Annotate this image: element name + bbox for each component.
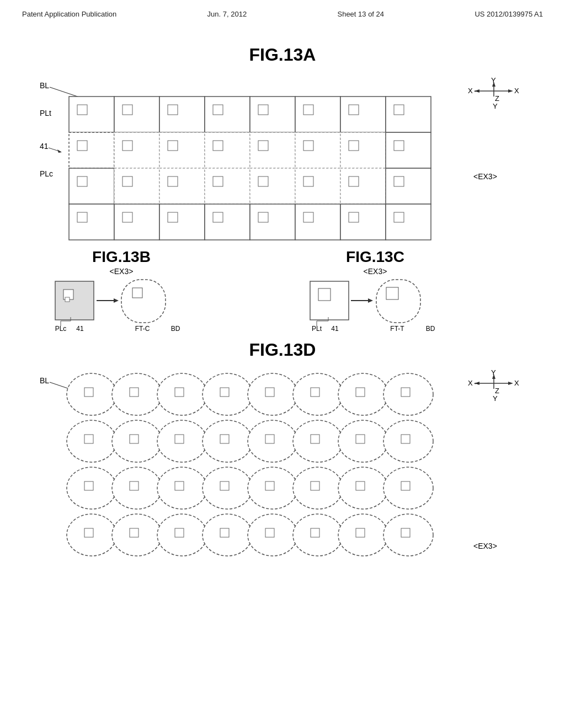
fig13d-title: FIG.13D — [249, 340, 316, 360]
svg-rect-57 — [394, 176, 404, 186]
svg-rect-70 — [340, 204, 386, 240]
svg-rect-43 — [77, 176, 87, 186]
bl-label-13a: BL — [40, 81, 49, 90]
svg-rect-65 — [213, 212, 223, 222]
x-right-label: X — [514, 87, 519, 95]
svg-rect-64 — [205, 204, 250, 240]
svg-rect-23 — [349, 105, 359, 115]
svg-rect-49 — [213, 176, 223, 186]
svg-rect-148 — [265, 528, 274, 537]
svg-rect-73 — [394, 212, 404, 222]
svg-rect-22 — [340, 97, 386, 132]
svg-rect-50 — [250, 168, 295, 204]
svg-rect-136 — [356, 481, 365, 490]
svg-rect-21 — [303, 105, 313, 115]
svg-rect-27 — [77, 141, 87, 151]
svg-rect-100 — [265, 388, 274, 397]
svg-rect-44 — [114, 168, 159, 204]
svg-rect-37 — [303, 141, 313, 151]
svg-rect-24 — [386, 97, 431, 132]
svg-rect-112 — [175, 435, 184, 443]
ftc-label-13b: FT-C — [135, 325, 150, 333]
svg-rect-51 — [258, 176, 268, 186]
svg-rect-60 — [114, 204, 159, 240]
svg-rect-110 — [130, 435, 138, 443]
bd-label-13b: BD — [171, 325, 180, 333]
svg-rect-15 — [168, 105, 178, 115]
svg-rect-55 — [349, 176, 359, 186]
svg-rect-31 — [168, 141, 178, 151]
svg-rect-47 — [168, 176, 178, 186]
svg-rect-39 — [349, 141, 359, 151]
svg-rect-140 — [84, 528, 93, 537]
svg-rect-104 — [356, 388, 365, 397]
fig13c-arrow — [368, 298, 373, 303]
svg-rect-38 — [340, 132, 386, 168]
svg-rect-42 — [69, 168, 114, 204]
svg-rect-10 — [69, 97, 114, 132]
svg-rect-46 — [159, 168, 205, 204]
svg-rect-120 — [356, 435, 365, 443]
svg-rect-144 — [175, 528, 184, 537]
bl-label-13d: BL — [40, 376, 49, 385]
svg-rect-114 — [220, 435, 229, 443]
svg-rect-124 — [84, 481, 93, 490]
svg-rect-58 — [69, 204, 114, 240]
z-label-13d: Z — [495, 387, 499, 395]
fig13c-left-inner — [318, 288, 331, 301]
fig13b-right-inner — [132, 288, 142, 298]
fig13c-title: FIG.13C — [346, 248, 404, 265]
y-down-label: Y — [493, 102, 498, 110]
patent-number: US 2012/0139975 A1 — [475, 10, 543, 18]
svg-rect-35 — [258, 141, 268, 151]
svg-rect-152 — [356, 528, 365, 537]
svg-rect-28 — [114, 132, 159, 168]
41-label-13c: 41 — [331, 325, 339, 333]
svg-rect-67 — [258, 212, 268, 222]
svg-rect-16 — [205, 97, 250, 132]
svg-rect-116 — [265, 435, 274, 443]
ex3-label-13a: <EX3> — [473, 172, 497, 181]
svg-rect-36 — [295, 132, 340, 168]
page-header: Patent Application Publication Jun. 7, 2… — [0, 10, 565, 18]
svg-rect-30 — [159, 132, 205, 168]
svg-rect-59 — [77, 212, 87, 222]
date-label: Jun. 7, 2012 — [207, 10, 247, 18]
svg-rect-33 — [213, 141, 223, 151]
fig13b-title: FIG.13B — [92, 248, 151, 265]
svg-rect-98 — [220, 388, 229, 397]
svg-rect-69 — [303, 212, 313, 222]
x-left-label: X← — [468, 87, 480, 95]
svg-rect-132 — [265, 481, 274, 490]
svg-rect-128 — [175, 481, 184, 490]
svg-rect-72 — [386, 204, 431, 240]
svg-rect-63 — [168, 212, 178, 222]
svg-rect-19 — [258, 105, 268, 115]
sheet-info: Sheet 13 of 24 — [337, 10, 384, 18]
plt-label-13c: PLt — [312, 325, 322, 333]
x-right-label-13d: X — [514, 379, 519, 387]
svg-rect-146 — [220, 528, 229, 537]
fig13c-subtitle: <EX3> — [364, 267, 387, 276]
svg-rect-68 — [295, 204, 340, 240]
svg-rect-34 — [250, 132, 295, 168]
svg-rect-62 — [159, 204, 205, 240]
svg-rect-41 — [394, 141, 404, 151]
bd-label-13c: BD — [426, 325, 435, 333]
svg-rect-29 — [122, 141, 132, 151]
svg-rect-48 — [205, 168, 250, 204]
ex3-label-13d: <EX3> — [473, 542, 497, 550]
fig13b-arrow — [114, 298, 119, 303]
svg-rect-150 — [311, 528, 319, 537]
svg-rect-102 — [311, 388, 319, 397]
plc-label-13a: PLc — [40, 169, 53, 178]
plt-label-13a: PLt — [40, 109, 51, 117]
svg-rect-45 — [122, 176, 132, 186]
41-label-13a: 41 — [40, 142, 49, 151]
svg-marker-3 — [508, 89, 513, 93]
fig13b-left-cell — [55, 281, 94, 320]
svg-rect-61 — [122, 212, 132, 222]
svg-rect-92 — [84, 388, 93, 397]
svg-rect-118 — [311, 435, 319, 443]
41-label-13b: 41 — [76, 325, 84, 333]
